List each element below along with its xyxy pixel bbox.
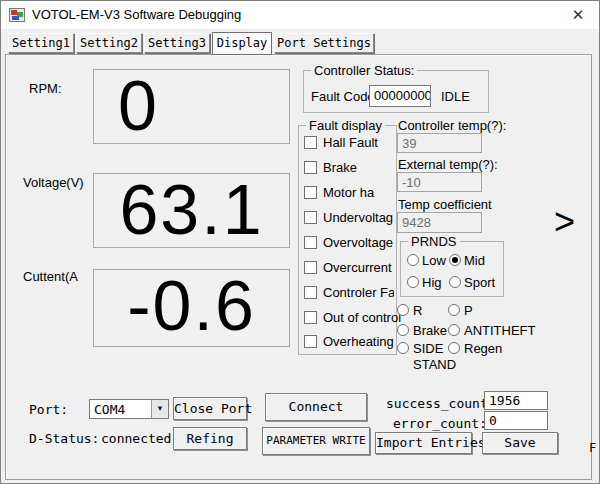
fault-row-motor-hall: Motor ha xyxy=(304,186,394,201)
out-of-control-checkbox[interactable] xyxy=(304,311,317,324)
r-radio[interactable] xyxy=(397,304,409,316)
undervoltage-checkbox[interactable] xyxy=(304,211,317,224)
titlebar: VOTOL-EM-V3 Software Debugging ✕ xyxy=(1,1,599,29)
close-icon[interactable]: ✕ xyxy=(567,5,589,25)
out-of-control-label: Out of control xyxy=(323,310,401,325)
app-icon xyxy=(9,7,25,23)
prnds-high-radio[interactable] xyxy=(407,276,419,288)
controller-failure-label: Controler Failur xyxy=(323,286,394,300)
tab-setting2[interactable]: Setting2 xyxy=(76,33,142,53)
prnds-high-label: Hig xyxy=(422,275,442,290)
overheating-label: Overheating xyxy=(323,334,394,349)
prnds-low-radio[interactable] xyxy=(407,254,419,266)
fault-row-overvoltage: Overvoltage xyxy=(304,236,394,251)
controller-failure-checkbox[interactable] xyxy=(304,286,317,299)
brake-flag-label: Brake xyxy=(413,323,447,338)
controller-status-title: Controller Status: xyxy=(311,63,417,78)
fault-row-controller-failure: Controler Failur xyxy=(304,286,394,301)
p-label: P xyxy=(464,303,473,318)
temp-coefficient-label: Temp coefficient xyxy=(398,197,492,212)
fault-row-brake: Brake xyxy=(304,161,394,176)
controller-temp-input[interactable]: 39 xyxy=(397,133,482,153)
current-display: -0.6 xyxy=(93,269,290,347)
hall-fault-checkbox[interactable] xyxy=(304,136,317,149)
brake-fault-checkbox[interactable] xyxy=(304,161,317,174)
motor-hall-label: Motor ha xyxy=(323,185,374,200)
rpm-value: 0 xyxy=(118,69,159,144)
controller-state: IDLE xyxy=(441,89,470,104)
refing-button[interactable]: Refing xyxy=(173,427,247,450)
prnds-sport-radio[interactable] xyxy=(449,276,461,288)
p-radio[interactable] xyxy=(448,304,460,316)
error-count-input[interactable]: 0 xyxy=(484,411,548,430)
save-button[interactable]: Save xyxy=(482,432,558,454)
overcurrent-checkbox[interactable] xyxy=(304,261,317,274)
motor-hall-checkbox[interactable] xyxy=(304,186,317,199)
import-entries-button[interactable]: Import Entries xyxy=(375,432,472,454)
undervoltage-label: Undervoltag xyxy=(323,210,393,225)
app-window: VOTOL-EM-V3 Software Debugging ✕ Setting… xyxy=(0,0,600,484)
external-temp-label: External temp(?): xyxy=(398,157,498,172)
current-label: Cuttent(A xyxy=(23,269,78,284)
fault-code-input[interactable]: 00000000 xyxy=(369,85,431,107)
overheating-checkbox[interactable] xyxy=(304,335,317,348)
rpm-label: RPM: xyxy=(29,81,62,96)
overvoltage-label: Overvoltage xyxy=(323,235,393,250)
fault-row-hall: Hall Fault xyxy=(304,136,394,151)
antitheft-label: ANTITHEFT xyxy=(464,323,536,338)
prnds-low-label: Low xyxy=(422,253,446,268)
port-label: Port: xyxy=(29,402,68,417)
prnds-mid-radio[interactable] xyxy=(449,254,461,266)
close-port-button[interactable]: Close Port xyxy=(173,397,247,420)
hall-fault-label: Hall Fault xyxy=(323,135,378,150)
parameter-write-button[interactable]: PARAMETER WRITE xyxy=(262,427,370,455)
r-label: R xyxy=(413,303,422,318)
tab-port-settings[interactable]: Port Settings xyxy=(274,33,374,53)
prnds-title: PRNDS xyxy=(408,234,460,249)
combo-dropdown-icon[interactable]: ▼ xyxy=(151,400,168,418)
overvoltage-checkbox[interactable] xyxy=(304,236,317,249)
success-count-input[interactable]: 1956 xyxy=(484,391,548,410)
regen-radio[interactable] xyxy=(448,342,460,354)
port-combobox[interactable]: COM4 ▼ xyxy=(89,399,169,419)
side-stand-radio[interactable] xyxy=(397,342,409,354)
overcurrent-label: Overcurrent xyxy=(323,260,392,275)
window-title: VOTOL-EM-V3 Software Debugging xyxy=(32,7,241,22)
tab-display[interactable]: Display xyxy=(212,32,272,55)
clipped-edge-text: F xyxy=(589,441,596,455)
controller-temp-label: Controller temp(?): xyxy=(398,118,506,133)
dstatus-label: D-Status: xyxy=(29,431,99,446)
brake-radio[interactable] xyxy=(397,324,409,336)
tab-setting3[interactable]: Setting3 xyxy=(144,33,210,53)
temp-coefficient-input[interactable]: 9428 xyxy=(397,212,482,233)
success-count-label: success_count: xyxy=(386,396,496,411)
external-temp-input[interactable]: -10 xyxy=(397,172,482,192)
tab-setting1[interactable]: Setting1 xyxy=(8,33,74,53)
current-value: -0.6 xyxy=(127,269,256,345)
fault-row-overheating: Overheating xyxy=(304,335,394,350)
prnds-mid-label: Mid xyxy=(464,253,485,268)
dstatus-value: connected xyxy=(101,431,171,446)
regen-label: Regen xyxy=(464,341,502,356)
voltage-display: 63.1 xyxy=(93,173,290,248)
fault-row-out-of-control: Out of control xyxy=(304,311,396,326)
fault-row-overcurrent: Overcurrent xyxy=(304,261,394,276)
expand-arrow-button[interactable]: > xyxy=(554,201,575,243)
fault-row-undervoltage: Undervoltag xyxy=(304,211,394,226)
voltage-value: 63.1 xyxy=(119,173,263,248)
prnds-sport-label: Sport xyxy=(464,275,495,290)
rpm-display: 0 xyxy=(93,69,290,144)
antitheft-radio[interactable] xyxy=(448,324,460,336)
brake-fault-label: Brake xyxy=(323,160,357,175)
port-selected-value: COM4 xyxy=(94,402,125,417)
fault-display-title: Fault display xyxy=(306,118,385,133)
error-count-label: error_count: xyxy=(393,416,487,431)
connect-button[interactable]: Connect xyxy=(265,393,367,421)
voltage-label: Voltage(V) xyxy=(23,175,84,190)
